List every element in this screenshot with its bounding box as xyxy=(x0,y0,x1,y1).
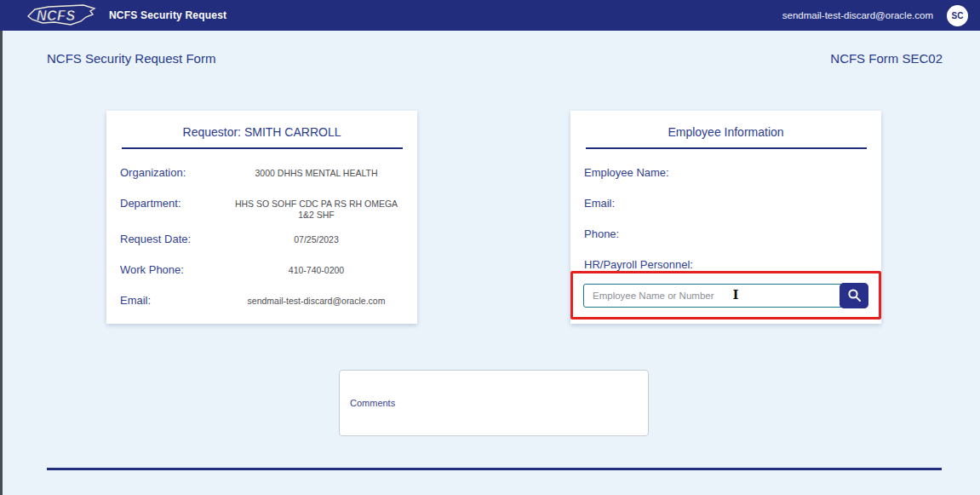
user-avatar[interactable]: SC xyxy=(947,5,968,26)
field-label: Phone: xyxy=(584,227,754,241)
field-row-employee-phone: Phone: xyxy=(584,227,868,246)
search-button[interactable] xyxy=(840,283,868,308)
page-title: NCFS Security Request Form xyxy=(47,51,215,66)
security-request-page: NCFS NCFS Security Request sendmail-test… xyxy=(0,0,980,495)
field-label: Email: xyxy=(120,294,229,308)
field-row-employee-name: Employee Name: xyxy=(584,166,868,185)
field-row-request-date: Request Date: 07/25/2023 xyxy=(120,233,404,251)
logo-text: NCFS xyxy=(37,9,76,23)
comments-textarea[interactable]: Comments xyxy=(339,370,649,436)
search-icon xyxy=(847,288,862,302)
field-row-work-phone: Work Phone: 410-740-0200 xyxy=(120,263,404,282)
requestor-card-title: Requestor: SMITH CARROLL xyxy=(106,111,417,139)
ncfs-logo: NCFS xyxy=(26,3,97,28)
employee-search-input[interactable] xyxy=(583,284,841,308)
field-label: Work Phone: xyxy=(120,263,229,277)
highlight-box: I xyxy=(570,271,881,319)
comments-label: Comments xyxy=(350,398,395,408)
nc-state-outline-icon: NCFS xyxy=(26,3,97,28)
employee-info-card: Employee Information Employee Name: Emai… xyxy=(570,111,881,324)
window-edge xyxy=(0,31,3,495)
app-header: NCFS NCFS Security Request sendmail-test… xyxy=(0,0,980,31)
app-title: NCFS Security Request xyxy=(109,9,226,21)
field-label: Organization: xyxy=(120,166,229,180)
field-label: Employee Name: xyxy=(584,166,754,180)
field-value: sendmail-test-discard@oracle.com xyxy=(229,294,404,307)
user-email: sendmail-test-discard@oracle.com xyxy=(782,10,933,20)
field-label: Department: xyxy=(120,197,229,210)
field-value: 3000 DHHS MENTAL HEALTH xyxy=(229,166,404,179)
field-row-department: Department: HHS SO SOHF CDC PA RS RH OME… xyxy=(120,197,404,221)
field-label: Request Date: xyxy=(120,233,229,246)
requestor-card: Requestor: SMITH CARROLL Organization: 3… xyxy=(106,111,417,324)
avatar-initials: SC xyxy=(952,11,964,20)
footer-divider xyxy=(47,468,942,470)
field-label: HR/Payroll Personnel: xyxy=(584,258,754,272)
field-value: 07/25/2023 xyxy=(229,233,404,245)
field-row-organization: Organization: 3000 DHHS MENTAL HEALTH xyxy=(120,166,404,185)
field-label: Email: xyxy=(584,197,754,210)
field-row-email: Email: sendmail-test-discard@oracle.com xyxy=(120,294,404,313)
field-value: 410-740-0200 xyxy=(229,263,404,276)
field-row-employee-email: Email: xyxy=(584,197,868,216)
field-value: HHS SO SOHF CDC PA RS RH OMEGA 1&2 SHF xyxy=(229,197,404,221)
employee-card-title: Employee Information xyxy=(570,111,881,139)
form-code: NCFS Form SEC02 xyxy=(830,51,943,66)
